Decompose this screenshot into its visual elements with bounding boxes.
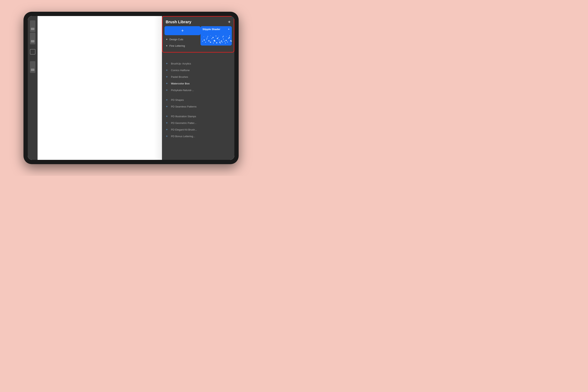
- brush-library-header: Brush Library +: [163, 17, 234, 26]
- popup-brush-label-design-cuts: Design Cuts: [169, 38, 183, 41]
- brush-list-spacer: [162, 94, 234, 96]
- popup-right-column: Stipple Shader ✦: [200, 26, 232, 49]
- tablet-frame: Brush Library + + ✦ Design Cuts ✦ Fine L…: [24, 12, 239, 164]
- brush-list-item-pd-bonus[interactable]: ✦PD Bonus Lettering...: [162, 133, 234, 140]
- selected-brush-header: Stipple Shader ✦: [200, 26, 232, 32]
- popup-left-column: + ✦ Design Cuts ✦ Fine Lettering: [164, 26, 200, 49]
- brush-label-pd-geometric: PD Geometric Patter...: [171, 122, 196, 124]
- popup-brush-design-cuts[interactable]: ✦ Design Cuts: [164, 36, 200, 42]
- brush-list-item-pd-shapes[interactable]: ✦PD Shapes: [162, 96, 234, 103]
- brush-list: ✦BrushUp- Acrylics✦Comics Halftone✦Paste…: [162, 59, 234, 160]
- toolbar-slider-3[interactable]: [30, 61, 36, 73]
- brush-icon-pd-illustration: ✦: [165, 115, 169, 118]
- brush-label-pd-elegant: PD Elegant Kit Brush...: [171, 128, 197, 131]
- brush-icon-brushup-acrylics: ✦: [165, 62, 169, 65]
- selected-brush-name: Stipple Shader: [202, 28, 220, 31]
- brush-list-item-brushup-acrylics[interactable]: ✦BrushUp- Acrylics: [162, 60, 234, 67]
- brush-label-watercolor-box: Watercolor Box: [171, 82, 190, 85]
- toolbar-home-button[interactable]: [30, 49, 36, 54]
- brush-label-pastel-brushes: Pastel Brushes: [171, 76, 188, 78]
- popup-content: + ✦ Design Cuts ✦ Fine Lettering: [163, 26, 234, 51]
- brush-list-item-pd-elegant[interactable]: ✦PD Elegant Kit Brush...: [162, 126, 234, 133]
- popup-brush-fine-lettering[interactable]: ✦ Fine Lettering: [164, 43, 200, 49]
- brush-list-item-pastel-brushes[interactable]: ✦Pastel Brushes: [162, 74, 234, 80]
- brush-label-pd-illustration: PD Illustration Stamps: [171, 115, 196, 118]
- brush-icon-pd-seamless: ✦: [165, 105, 169, 108]
- selected-brush-icon: ✦: [228, 28, 230, 31]
- brush-library-title: Brush Library: [166, 20, 191, 24]
- brush-list-spacer: [162, 110, 234, 113]
- brush-label-pd-shapes: PD Shapes: [171, 98, 184, 102]
- popup-brush-label-fine-lettering: Fine Lettering: [169, 44, 185, 47]
- tablet-screen: Brush Library + + ✦ Design Cuts ✦ Fine L…: [28, 16, 234, 160]
- brush-icon-pd-shapes: ✦: [165, 98, 169, 102]
- brush-label-picbykate: Picbykate-Natural-...: [171, 89, 194, 92]
- brush-label-brushup-acrylics: BrushUp- Acrylics: [171, 62, 191, 65]
- brush-icon-pd-bonus: ✦: [165, 135, 169, 138]
- brush-label-pd-bonus: PD Bonus Lettering...: [171, 135, 195, 138]
- right-panel: Brush Library + + ✦ Design Cuts ✦ Fine L…: [162, 16, 234, 160]
- toolbar-slider-group-bottom: [30, 61, 36, 73]
- brush-library-popup: Brush Library + + ✦ Design Cuts ✦ Fine L…: [162, 16, 234, 52]
- toolbar-slider-group-top: [30, 20, 36, 44]
- left-toolbar: [28, 16, 38, 160]
- popup-add-button[interactable]: +: [164, 26, 200, 35]
- brush-icon-pd-elegant: ✦: [165, 128, 169, 131]
- toolbar-slider-1[interactable]: [30, 20, 36, 32]
- add-brush-header-button[interactable]: +: [228, 20, 231, 24]
- brush-label-comics-halftone: Comics Halftone: [171, 69, 190, 72]
- brush-list-item-pd-illustration[interactable]: ✦PD Illustration Stamps: [162, 113, 234, 120]
- brush-list-item-watercolor-box[interactable]: ✦Watercolor Box: [162, 80, 234, 87]
- brush-icon-picbykate: ✦: [165, 88, 169, 92]
- brush-list-item-comics-halftone[interactable]: ✦Comics Halftone: [162, 67, 234, 74]
- brush-icon-comics-halftone: ✦: [165, 68, 169, 72]
- brush-icon-pastel-brushes: ✦: [165, 75, 169, 78]
- selected-brush-preview: [200, 32, 232, 46]
- brush-list-item-pd-seamless[interactable]: ✦PD Seamless Patterns: [162, 103, 234, 110]
- brush-label-pd-seamless: PD Seamless Patterns: [171, 105, 197, 108]
- toolbar-slider-2[interactable]: [30, 33, 36, 44]
- brush-list-item-pd-geometric[interactable]: ✦PD Geometric Patter...: [162, 120, 234, 126]
- brush-icon-fine-lettering: ✦: [166, 44, 168, 47]
- brush-list-item-picbykate[interactable]: ✦Picbykate-Natural-...: [162, 87, 234, 94]
- brush-icon-pd-geometric: ✦: [165, 121, 169, 124]
- brush-icon-watercolor-box: ✦: [165, 82, 169, 85]
- brush-icon-design-cuts: ✦: [166, 38, 168, 41]
